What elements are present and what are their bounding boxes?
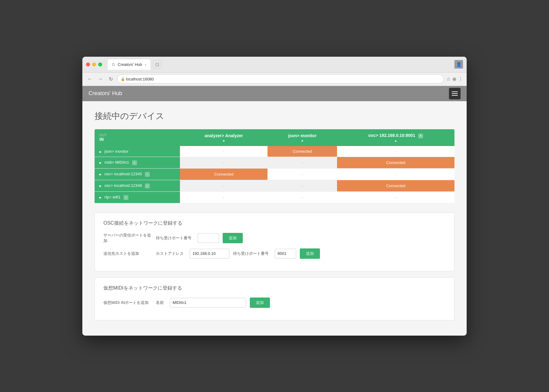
menu-button[interactable] <box>449 88 461 99</box>
col-label-analyzer: analyzer> Analyzer <box>205 133 243 138</box>
tab-bar: 🗋 Creators' Hub × ⊡ <box>107 59 452 70</box>
table-row: ▶ midi> MIDIIn1 × - - Connected <box>95 157 454 168</box>
cell-osc12348-json[interactable]: - <box>267 180 337 191</box>
add-midi-label: 仮想MIDI INポートを追加 <box>103 300 152 305</box>
forward-button[interactable]: → <box>96 75 104 83</box>
midi-name-label: 名前 <box>156 300 164 305</box>
col-header-in: OUT IN <box>95 129 180 146</box>
port-field-label: 待ち受けポート番号 <box>156 235 192 241</box>
server-port-input[interactable] <box>198 233 219 243</box>
menu-line-1 <box>452 91 458 92</box>
add-server-row: サーバーの受信ポートを追加 待ち受けポート番号 追加 <box>103 233 446 244</box>
table-row: ▶ osc> localhost:12348 × - - Connected <box>95 180 454 191</box>
row-label-osc-12348: ▶ osc> localhost:12348 × <box>95 180 180 191</box>
add-midi-row: 仮想MIDI INポートを追加 名前 追加 <box>103 298 446 308</box>
in-label: IN <box>99 137 175 142</box>
add-host-row: 送信先ホストを追加 ホストアドレス 待ち受けポート番号 追加 <box>103 248 446 259</box>
cell-osc12345-analyzer[interactable]: Connected <box>180 168 267 180</box>
cell-rtp-osc[interactable]: - <box>337 191 454 203</box>
recv-port-input[interactable] <box>275 249 296 258</box>
address-input[interactable] <box>117 74 444 84</box>
more-icon[interactable]: ⋮ <box>458 76 463 82</box>
tab-title: Creators' Hub <box>118 62 142 67</box>
row-close-osc-12348[interactable]: × <box>145 184 150 188</box>
col-arrow-osc: ▲ <box>342 139 450 142</box>
tab-page-icon: 🗋 <box>112 62 115 67</box>
midi-section-title: 仮想MIDIをネットワークに登録する <box>103 285 446 291</box>
cell-midi-json[interactable]: - <box>267 157 337 168</box>
add-midi-button[interactable]: 追加 <box>250 298 270 308</box>
new-tab-button[interactable]: ⊡ <box>153 60 161 69</box>
play-icon: ▶ <box>99 150 102 153</box>
new-tab-icon: ⊡ <box>155 62 159 67</box>
chrome-icon[interactable]: ⊕ <box>452 76 456 82</box>
table-row: ▶ json> monitor - Connected - <box>95 146 454 157</box>
content-area: 接続中のデバイス OUT IN analyzer> Analyzer <box>82 101 467 336</box>
page-title: 接続中のデバイス <box>95 110 454 122</box>
row-label-osc-12345: ▶ osc> localhost:12345 × <box>95 168 180 180</box>
minimize-button[interactable] <box>92 62 96 66</box>
osc-section-title: OSC接続をネットワークに登録する <box>103 220 446 226</box>
back-button[interactable]: ← <box>86 75 94 83</box>
connection-table: OUT IN analyzer> Analyzer ▲ json> monito… <box>95 129 454 203</box>
title-bar: 🗋 Creators' Hub × ⊡ 👤 <box>82 57 467 73</box>
osc-section: OSC接続をネットワークに登録する サーバーの受信ポートを追加 待ち受けポート番… <box>95 212 454 271</box>
host-address-input[interactable] <box>190 249 229 258</box>
cell-osc12348-osc[interactable]: Connected <box>337 180 454 191</box>
play-icon: ▶ <box>99 161 102 164</box>
midi-name-input[interactable] <box>170 298 246 308</box>
play-icon: ▶ <box>99 173 102 176</box>
maximize-button[interactable] <box>98 62 102 66</box>
row-close-midi[interactable]: × <box>132 160 137 165</box>
col-arrow-json-monitor: ▲ <box>272 139 332 142</box>
cell-json-monitor-osc[interactable]: - <box>337 146 454 157</box>
midi-section: 仮想MIDIをネットワークに登録する 仮想MIDI INポートを追加 名前 追加 <box>95 277 454 320</box>
col-label-json-monitor: json> monitor <box>288 133 317 138</box>
browser-tab[interactable]: 🗋 Creators' Hub × <box>107 59 151 70</box>
tab-close-button[interactable]: × <box>145 63 146 66</box>
traffic-lights <box>86 62 102 66</box>
reload-button[interactable]: ↻ <box>107 75 115 83</box>
menu-line-3 <box>452 95 458 96</box>
menu-line-2 <box>452 93 458 94</box>
table-row: ▶ osc> localhost:12345 × Connected - - <box>95 168 454 180</box>
col-label-osc: osc> 192.168.0.10:8001 <box>368 133 415 138</box>
cell-osc12345-json[interactable]: - <box>267 168 337 180</box>
cell-osc12345-osc[interactable]: - <box>337 168 454 180</box>
cell-midi-osc[interactable]: Connected <box>337 157 454 168</box>
title-bar-right: 👤 <box>454 60 463 69</box>
cell-rtp-json[interactable]: - <box>267 191 337 203</box>
profile-avatar-icon: 👤 <box>456 62 461 67</box>
app-bar: Creators' Hub <box>82 86 467 101</box>
add-server-button[interactable]: 追加 <box>223 233 243 243</box>
address-bar: ← → ↻ 🔒 ☆ ⊕ ⋮ <box>82 73 467 86</box>
add-server-label: サーバーの受信ポートを追加 <box>103 233 152 244</box>
cell-midi-analyzer[interactable]: - <box>180 157 267 168</box>
col-header-analyzer: analyzer> Analyzer ▲ <box>180 129 267 146</box>
address-input-wrapper: 🔒 <box>117 74 444 84</box>
lock-icon: 🔒 <box>121 77 125 81</box>
row-close-rtp[interactable]: × <box>124 195 128 200</box>
host-field-label: ホストアドレス <box>156 251 184 256</box>
cell-json-monitor-analyzer[interactable]: - <box>180 146 267 157</box>
recv-port-label: 待ち受けポート番号 <box>233 251 269 256</box>
col-arrow-analyzer: ▲ <box>185 139 263 142</box>
close-button[interactable] <box>86 62 90 66</box>
cell-json-monitor-json[interactable]: Connected <box>267 146 337 157</box>
col-header-json-monitor: json> monitor ▲ <box>267 129 337 146</box>
play-icon: ▶ <box>99 196 102 199</box>
col-header-osc: osc> 192.168.0.10:8001 × ▲ <box>337 129 454 146</box>
profile-icon[interactable]: 👤 <box>454 60 463 69</box>
bookmark-icon[interactable]: ☆ <box>446 76 450 82</box>
add-host-button[interactable]: 追加 <box>300 248 320 259</box>
out-label: OUT <box>99 133 106 137</box>
add-host-label: 送信先ホストを追加 <box>103 251 152 256</box>
cell-osc12348-analyzer[interactable]: - <box>180 180 267 191</box>
row-close-osc-12345[interactable]: × <box>145 172 150 177</box>
col-close-osc[interactable]: × <box>418 134 423 138</box>
play-icon: ▶ <box>99 184 102 187</box>
cell-rtp-analyzer[interactable]: - <box>180 191 267 203</box>
row-label-json-monitor: ▶ json> monitor <box>95 146 180 157</box>
browser-window: 🗋 Creators' Hub × ⊡ 👤 ← → ↻ 🔒 ☆ ⊕ ⋮ <box>82 57 467 336</box>
address-bar-actions: ☆ ⊕ ⋮ <box>446 76 463 82</box>
